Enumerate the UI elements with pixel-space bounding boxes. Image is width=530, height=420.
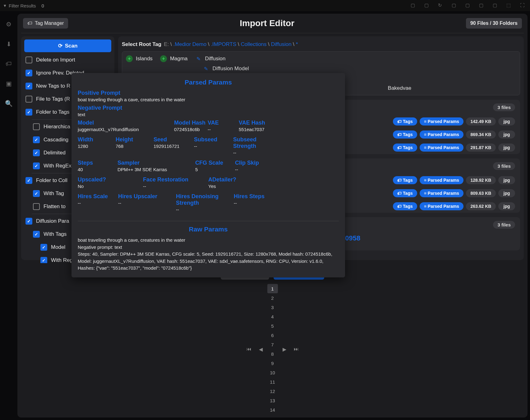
tags-pill[interactable]: 🏷 Tags: [393, 176, 417, 184]
page-last[interactable]: ⏭: [291, 345, 302, 354]
stack-icon[interactable]: ▣: [6, 80, 12, 87]
tags-pill[interactable]: 🏷 Tags: [393, 189, 417, 197]
page-4[interactable]: 4: [267, 312, 278, 321]
parsed-params-pill[interactable]: ≡ Parsed Params: [420, 202, 463, 210]
parsed-params-pill[interactable]: ≡ Parsed Params: [420, 176, 463, 184]
gear-icon[interactable]: ⚙: [6, 21, 12, 28]
header-row: 🏷 Tag Manager Import Editor 90 Files / 3…: [17, 14, 528, 33]
crumb[interactable]: *: [296, 41, 298, 47]
page-12[interactable]: 12: [267, 386, 278, 396]
crumb[interactable]: .IMPORTS: [211, 41, 236, 47]
parsed-params-pill[interactable]: ≡ Parsed Params: [420, 189, 463, 197]
page-2[interactable]: 2: [267, 293, 278, 303]
checkbox[interactable]: [25, 83, 32, 89]
checkbox[interactable]: [33, 231, 40, 238]
page-5[interactable]: 5: [267, 321, 278, 331]
add-icon[interactable]: +: [126, 55, 133, 62]
refresh-icon[interactable]: ↻: [438, 2, 444, 9]
tags-pill[interactable]: 🏷 Tags: [393, 202, 417, 210]
param-value: 551eac7037: [239, 127, 276, 132]
param-value: --: [78, 200, 118, 206]
icon-4[interactable]: ▢: [452, 2, 458, 9]
param-label: Seed: [154, 136, 194, 143]
tag-icon[interactable]: 🏷: [6, 60, 12, 67]
option-label: Diffusion Para: [36, 218, 69, 224]
icon-5[interactable]: ▢: [465, 2, 472, 9]
page-10[interactable]: 10: [267, 368, 278, 377]
icon-1[interactable]: ▢: [411, 2, 417, 9]
checkbox[interactable]: [25, 96, 32, 103]
parsed-params-title: Parsed Params: [78, 79, 339, 86]
parsed-params-pill[interactable]: ≡ Parsed Params: [420, 117, 463, 126]
param-value: 40: [78, 167, 118, 172]
checkbox[interactable]: [25, 57, 32, 63]
param-label: CFG Scale: [195, 160, 235, 166]
page-3[interactable]: 3: [267, 303, 278, 312]
page-1[interactable]: 1: [267, 284, 278, 293]
tag-text: Islands: [136, 56, 153, 62]
icon-6[interactable]: ▢: [479, 2, 485, 9]
param-label: Clip Skip: [235, 160, 272, 166]
checkbox[interactable]: [40, 244, 47, 251]
page-9[interactable]: 9: [267, 358, 278, 368]
checkbox[interactable]: [33, 190, 40, 197]
tags-pill[interactable]: 🏷 Tags: [393, 144, 417, 152]
checkbox[interactable]: [25, 109, 32, 116]
add-icon[interactable]: +: [160, 55, 167, 62]
checkbox[interactable]: [33, 149, 40, 156]
option-label: Hierarchica: [44, 124, 70, 130]
select-icon[interactable]: ⬚: [506, 2, 513, 9]
page-14[interactable]: 14: [267, 405, 278, 414]
filter-count: 0: [42, 3, 44, 8]
param-label: Width: [78, 136, 116, 143]
option-delete-on-import[interactable]: Delete on Import: [24, 53, 111, 66]
page-11[interactable]: 11: [267, 377, 278, 386]
scan-button[interactable]: ⟳ Scan: [24, 39, 111, 52]
page-7[interactable]: 7: [267, 340, 278, 349]
tags-pill[interactable]: 🏷 Tags: [393, 130, 417, 139]
checkbox[interactable]: [33, 136, 40, 143]
page-prev[interactable]: ◀: [256, 345, 266, 354]
tag-manager-button[interactable]: 🏷 Tag Manager: [23, 18, 68, 29]
param-value: Yes: [208, 184, 258, 189]
checkbox[interactable]: [40, 257, 47, 263]
tag-item[interactable]: ✎Diffusion: [195, 55, 516, 62]
param-label: Subseed: [194, 136, 233, 143]
parsed-params-pill[interactable]: ≡ Parsed Params: [420, 144, 463, 152]
page-next[interactable]: ▶: [279, 345, 290, 354]
param-value: --: [233, 150, 280, 155]
param-value: 1280: [78, 144, 116, 149]
tag-item[interactable]: ✎Diffusion Model: [195, 65, 516, 72]
icon-2[interactable]: ▢: [424, 2, 431, 9]
search-icon[interactable]: 🔍: [5, 100, 13, 107]
crumb[interactable]: Collections: [241, 41, 266, 47]
checkbox[interactable]: [25, 177, 32, 184]
page-first[interactable]: ⏮: [244, 345, 254, 354]
crumb[interactable]: Diffusion: [271, 41, 292, 47]
checkbox[interactable]: [33, 203, 40, 210]
checkbox[interactable]: [33, 123, 40, 130]
option-label: Cascading: [44, 137, 68, 143]
tags-pill[interactable]: 🏷 Tags: [393, 117, 417, 126]
tag-manager-icon: 🏷: [27, 21, 32, 26]
param-label: Upscaled?: [78, 176, 143, 183]
top-right-icons: ▢ ▢ ↻ ▢ ▢ ▢ ▢ ⬚ ⛶: [411, 2, 526, 9]
checkbox[interactable]: [33, 162, 40, 169]
icon-7[interactable]: ▢: [493, 2, 499, 9]
page-13[interactable]: 13: [267, 396, 278, 405]
checkbox[interactable]: [25, 218, 32, 225]
fullscreen-icon[interactable]: ⛶: [520, 2, 526, 9]
ext-pill: jpg: [498, 117, 515, 126]
filter-label[interactable]: Filter Results: [9, 3, 36, 8]
ext-pill: jpg: [498, 189, 515, 197]
tag-item[interactable]: +Islands: [126, 55, 153, 62]
tag-item[interactable]: +Magma: [160, 55, 188, 62]
crumb[interactable]: .Medior Demo: [173, 41, 206, 47]
edit-icon[interactable]: ✎: [195, 55, 202, 62]
edit-icon[interactable]: ✎: [203, 65, 210, 72]
page-6[interactable]: 6: [267, 331, 278, 340]
page-8[interactable]: 8: [267, 349, 278, 358]
parsed-params-pill[interactable]: ≡ Parsed Params: [420, 130, 463, 139]
checkbox[interactable]: [25, 70, 32, 76]
download-icon[interactable]: ⬇: [6, 40, 12, 48]
